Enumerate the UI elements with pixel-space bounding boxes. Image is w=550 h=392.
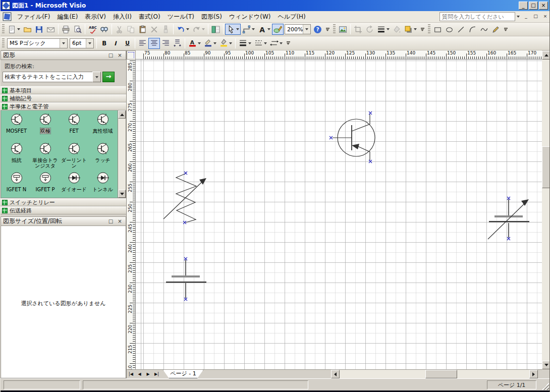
redo-dropdown-icon[interactable] xyxy=(202,28,205,30)
maximize-button[interactable]: □ xyxy=(529,2,538,10)
freeform-tool-button[interactable] xyxy=(478,24,490,35)
stencil-scrollbar[interactable] xyxy=(118,110,126,198)
text-tool-button[interactable]: A xyxy=(256,24,272,35)
stencil-group-basic-items[interactable]: 基本項目 xyxy=(1,86,126,94)
text-tool-dropdown-icon[interactable] xyxy=(267,28,270,30)
align-center-button[interactable] xyxy=(148,38,160,49)
drawing-tools-button[interactable] xyxy=(272,24,284,35)
stencil-group-switches-relays[interactable]: スイッチとリレー xyxy=(1,198,126,206)
stencil-group-semiconductors-tubes[interactable]: 半導体と電子管 xyxy=(1,102,126,110)
stencil-group-transmission-paths[interactable]: 伝送経路 xyxy=(1,206,126,214)
variable-capacitor-shape[interactable] xyxy=(488,199,529,239)
new-document-dropdown-icon[interactable] xyxy=(17,28,20,30)
capacitor-shape[interactable] xyxy=(166,260,206,298)
next-page-icon[interactable]: ▶ xyxy=(144,370,152,378)
align-left-button[interactable] xyxy=(137,38,148,49)
panel-close-button[interactable]: × xyxy=(116,52,124,59)
font-combo-dropdown-icon[interactable] xyxy=(60,39,67,48)
horizontal-scroll-thumb[interactable] xyxy=(425,370,457,378)
stencil-item[interactable]: 双極 xyxy=(31,113,60,142)
scroll-down-icon[interactable] xyxy=(542,361,550,369)
pencil-tool-button[interactable] xyxy=(490,24,502,35)
vertical-align-button[interactable] xyxy=(172,38,183,49)
shadow-dropdown-icon[interactable] xyxy=(414,28,417,30)
print-preview-button[interactable] xyxy=(72,24,83,35)
font-color-button[interactable]: A xyxy=(187,38,202,49)
last-page-icon[interactable]: ▶| xyxy=(152,370,161,378)
line-weight-button[interactable] xyxy=(237,38,253,49)
menu-shape[interactable]: 図形(S) xyxy=(198,11,226,23)
menu-file[interactable]: ファイル(F) xyxy=(14,11,53,23)
spelling-button[interactable]: ABC xyxy=(87,24,98,35)
insert-picture-button[interactable] xyxy=(337,24,349,35)
vertical-scroll-thumb[interactable] xyxy=(542,146,550,188)
vertical-scrollbar[interactable] xyxy=(542,51,550,369)
menu-help[interactable]: ヘルプ(H) xyxy=(274,11,309,23)
resize-grip[interactable] xyxy=(542,383,549,390)
paste-button[interactable] xyxy=(137,24,148,35)
stencil-item[interactable]: ラッチ xyxy=(88,142,117,171)
search-dropdown-icon[interactable] xyxy=(92,72,101,82)
size-panel-float-button[interactable]: □ xyxy=(107,218,115,225)
help-button[interactable]: ? xyxy=(312,24,323,35)
fill-color-dropdown-icon[interactable] xyxy=(229,42,232,44)
menu-insert[interactable]: 挿入(I) xyxy=(109,11,135,23)
zoom-combo[interactable]: 200% xyxy=(285,24,311,34)
minimize-button[interactable]: _ xyxy=(519,2,528,10)
toolbar-options-icon[interactable] xyxy=(285,38,291,49)
toolbar-options-icon[interactable] xyxy=(503,24,509,35)
stencil-item[interactable]: 真性領域 xyxy=(88,113,117,142)
research-button[interactable] xyxy=(98,24,110,35)
stencil-item[interactable]: 抵抗 xyxy=(2,142,31,171)
stencil-item[interactable]: ダーリントン xyxy=(60,142,88,171)
open-button[interactable] xyxy=(22,24,33,35)
line-weight-dropdown-icon[interactable] xyxy=(248,42,251,44)
shape-search-input[interactable] xyxy=(3,72,92,82)
italic-button[interactable]: I xyxy=(110,38,122,49)
toolbar-grip[interactable] xyxy=(2,24,5,34)
new-document-button[interactable] xyxy=(6,24,22,35)
stencil-scroll-up-icon[interactable] xyxy=(118,110,126,119)
close-button[interactable]: × xyxy=(539,2,548,10)
toolbar-grip[interactable] xyxy=(333,24,336,34)
stencil-item[interactable]: 単接合トランジスタ xyxy=(31,142,60,171)
line-pattern-dropdown-icon[interactable] xyxy=(264,42,267,44)
stencil-item[interactable]: IGFET N xyxy=(2,171,31,198)
question-input[interactable]: 質問を入力してください xyxy=(439,12,515,21)
line-color-button[interactable] xyxy=(202,38,218,49)
search-go-button[interactable]: → xyxy=(102,72,115,82)
line-weight-pic-dropdown-icon[interactable] xyxy=(387,28,390,30)
stencil-item[interactable]: FET xyxy=(60,113,88,142)
line-ends-dropdown-icon[interactable] xyxy=(280,42,283,44)
underline-button[interactable]: U xyxy=(122,38,133,49)
zoom-combo-dropdown-icon[interactable] xyxy=(303,25,310,34)
first-page-icon[interactable]: |◀ xyxy=(127,370,135,378)
page-tab[interactable]: ページ - 1 xyxy=(163,370,203,378)
scroll-left-icon[interactable] xyxy=(331,370,340,378)
arc-tool-button[interactable] xyxy=(467,24,478,35)
stencil-item[interactable]: トンネル xyxy=(88,171,117,198)
mail-button[interactable] xyxy=(45,24,57,35)
menu-view[interactable]: 表示(V) xyxy=(81,11,109,23)
shadow-button[interactable] xyxy=(403,24,418,35)
drawing-canvas[interactable] xyxy=(136,60,542,369)
variable-resistor-shape[interactable] xyxy=(163,174,206,222)
line-color-dropdown-icon[interactable] xyxy=(213,42,216,44)
doc-close-button[interactable]: × xyxy=(541,13,549,21)
rectangle-tool-button[interactable] xyxy=(432,24,444,35)
doc-restore-button[interactable]: □ xyxy=(531,13,540,21)
panel-float-button[interactable]: □ xyxy=(107,52,115,59)
connector-tool-dropdown-icon[interactable] xyxy=(252,28,255,30)
document-system-icon[interactable] xyxy=(3,12,12,21)
shapes-window-button[interactable] xyxy=(210,24,222,35)
size-panel-close-button[interactable]: × xyxy=(116,218,124,225)
horizontal-scrollbar[interactable] xyxy=(331,370,538,379)
stencil-item[interactable]: MOSFET xyxy=(2,113,31,142)
pnp-transistor-shape[interactable] xyxy=(333,114,375,160)
save-button[interactable] xyxy=(33,24,45,35)
menu-format[interactable]: 書式(O) xyxy=(135,11,164,23)
line-pattern-button[interactable] xyxy=(253,38,268,49)
toolbar-grip[interactable] xyxy=(428,24,430,34)
font-color-dropdown-icon[interactable] xyxy=(198,42,201,44)
print-button[interactable] xyxy=(60,24,72,35)
